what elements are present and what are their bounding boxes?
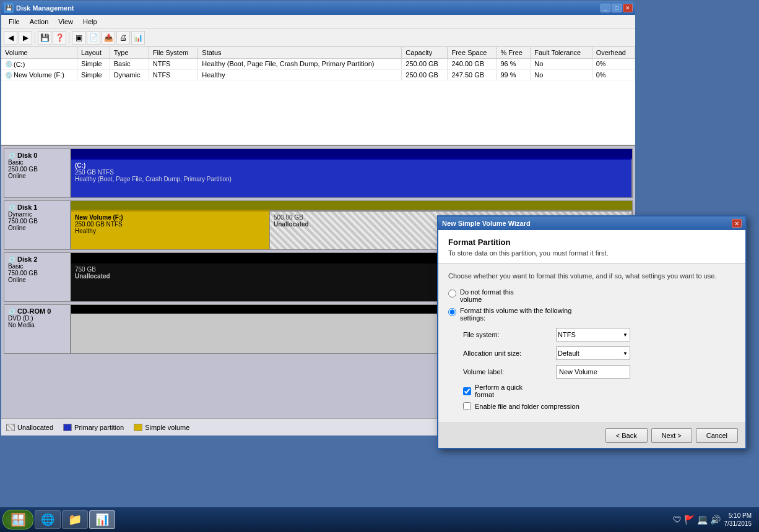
maximize-button[interactable]: □ — [612, 4, 622, 12]
disk-status: No Media — [8, 322, 66, 328]
back-button[interactable]: < Back — [605, 428, 648, 443]
disk-size: 750.00 GB — [8, 270, 66, 277]
part-name: (C:) — [75, 162, 628, 169]
taskbar: 🪟 🌐 📁 📊 🛡 🚩 💻 🔊 5:10 PM 7/31/2015 — [0, 507, 759, 532]
disk-size: 750.00 GB — [8, 218, 66, 225]
volume-table: Volume Layout Type File System Status Ca… — [1, 47, 635, 80]
compression-label: Enable file and folder compression — [475, 403, 579, 410]
legend-unallocated: Unallocated — [6, 424, 53, 431]
disk-size: 250.00 GB — [8, 166, 66, 173]
vol-overhead: 0% — [592, 69, 635, 80]
help-btn[interactable]: ❓ — [53, 31, 66, 45]
file-system-select-wrapper: NTFS FAT32 exFAT — [556, 328, 630, 341]
partition-0-0[interactable]: (C:) 250 GB NTFS Healthy (Boot, Page Fil… — [71, 158, 632, 197]
format-radio[interactable] — [448, 308, 456, 316]
disk-type: DVD (D:) — [8, 315, 66, 322]
start-button[interactable]: 🪟 — [2, 510, 33, 530]
cancel-button[interactable]: Cancel — [696, 428, 738, 443]
taskbar-ie[interactable]: 🌐 — [35, 510, 61, 529]
menu-bar: File Action View Help — [1, 15, 635, 28]
disk-icon: 💿 — [8, 204, 15, 211]
taskbar-explorer[interactable]: 📁 — [62, 510, 88, 529]
menu-file[interactable]: File — [4, 17, 25, 27]
quick-format-row: Perform a quickformat — [448, 384, 735, 398]
disk-label-2: 💿 Disk 2 Basic 750.00 GB Online — [4, 252, 71, 302]
vol-faulttol: No — [531, 69, 592, 80]
compression-checkbox[interactable] — [463, 402, 471, 410]
view-btn2[interactable]: 📄 — [87, 31, 100, 45]
disk-partitions: (C:) 250 GB NTFS Healthy (Boot, Page Fil… — [71, 158, 632, 197]
quick-format-checkbox[interactable] — [463, 387, 471, 395]
quick-format-label: Perform a quickformat — [475, 384, 523, 398]
vol-type: Dynamic — [110, 69, 149, 80]
volume-table-row[interactable]: 💿 (C:) Simple Basic NTFS Healthy (Boot, … — [1, 59, 635, 70]
disk-id: 💿 Disk 0 — [8, 152, 66, 159]
vol-freespace: 247.50 GB — [448, 69, 497, 80]
col-header-type: Type — [110, 47, 149, 59]
disk-icon: 💿 — [8, 152, 15, 159]
col-header-overhead: Overhead — [592, 47, 635, 59]
wizard-title-bar: New Simple Volume Wizard ✕ — [438, 217, 745, 230]
taskbar-disk-mgmt[interactable]: 📊 — [89, 510, 115, 529]
no-format-option: Do not format thisvolume — [448, 288, 735, 303]
vol-fs: NTFS — [149, 69, 198, 80]
title-bar: 💾 Disk Management _ □ ✕ — [1, 1, 635, 15]
menu-view[interactable]: View — [53, 17, 78, 27]
disk-id: 💿 Disk 1 — [8, 204, 66, 211]
volume-table-row[interactable]: 💿 New Volume (F:) Simple Dynamic NTFS He… — [1, 69, 635, 80]
compression-row: Enable file and folder compression — [448, 402, 735, 410]
system-tray: 🛡 🚩 💻 🔊 5:10 PM 7/31/2015 — [668, 512, 757, 528]
alloc-unit-label: Allocation unit size: — [463, 350, 556, 357]
view-btn1[interactable]: ▣ — [72, 31, 85, 45]
export-btn[interactable]: 📤 — [102, 31, 115, 45]
disk-id: 💿 CD-ROM 0 — [8, 307, 66, 315]
format-option: Format this volume with the followingset… — [448, 307, 735, 322]
part-size: 250 GB NTFS — [75, 169, 628, 176]
window-title: Disk Management — [16, 4, 74, 12]
window-controls: _ □ ✕ — [601, 4, 633, 12]
volume-label-row: Volume label: — [448, 365, 735, 379]
file-system-label: File system: — [463, 331, 556, 338]
disk-label-3: 💿 CD-ROM 0 DVD (D:) No Media — [4, 304, 71, 354]
part-status: Healthy — [75, 228, 266, 234]
tray-flag-icon: 🚩 — [684, 515, 695, 525]
menu-action[interactable]: Action — [25, 17, 54, 27]
legend-simple-label: Simple volume — [145, 424, 189, 431]
disk-row-0: 💿 Disk 0 Basic 250.00 GB Online (C:) 250… — [4, 148, 633, 198]
disk-icon-btn[interactable]: 💾 — [38, 31, 51, 45]
next-button[interactable]: Next > — [651, 428, 692, 443]
tray-network-icon: 💻 — [697, 515, 708, 525]
wizard-close-button[interactable]: ✕ — [732, 219, 742, 228]
vol-pctfree: 96 % — [497, 59, 531, 70]
partition-1-0[interactable]: New Volume (F:) 250.00 GB NTFS Healthy — [71, 210, 270, 249]
wizard-title: New Simple Volume Wizard — [442, 220, 531, 227]
file-system-select[interactable]: NTFS FAT32 exFAT — [556, 328, 630, 341]
print-btn[interactable]: 🖨 — [116, 31, 130, 45]
vol-pctfree: 99 % — [497, 69, 531, 80]
close-button[interactable]: ✕ — [623, 4, 633, 12]
menu-help[interactable]: Help — [78, 17, 102, 27]
forward-button[interactable]: ▶ — [19, 31, 32, 45]
vol-layout: Simple — [77, 69, 110, 80]
no-format-radio[interactable] — [448, 290, 456, 298]
col-header-layout: Layout — [77, 47, 110, 59]
vol-fs: NTFS — [149, 59, 198, 70]
vol-freespace: 240.00 GB — [448, 59, 497, 70]
disk-icon: 💿 — [8, 308, 15, 315]
alloc-unit-select[interactable]: Default — [556, 346, 630, 360]
volume-label-label: Volume label: — [463, 368, 556, 375]
disk-type: Basic — [8, 159, 66, 166]
clock-time: 5:10 PM — [724, 512, 752, 520]
back-button[interactable]: ◀ — [4, 31, 17, 45]
legend-primary-box — [63, 424, 72, 431]
disk-status: Online — [8, 173, 66, 179]
minimize-button[interactable]: _ — [601, 4, 610, 12]
no-format-label: Do not format thisvolume — [460, 288, 514, 303]
clock-date: 7/31/2015 — [724, 520, 752, 528]
volume-label-input[interactable] — [556, 365, 630, 379]
disk-status: Online — [8, 225, 66, 231]
wizard-description: Choose whether you want to format this v… — [448, 272, 735, 280]
chart-btn[interactable]: 📊 — [131, 31, 145, 45]
vol-capacity: 250.00 GB — [402, 69, 448, 80]
vol-type: Basic — [110, 59, 149, 70]
